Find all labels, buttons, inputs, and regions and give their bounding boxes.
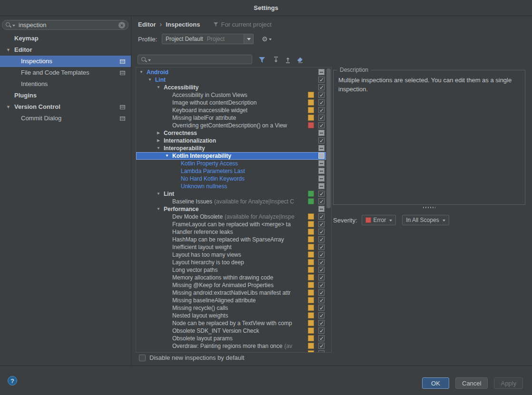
inspection-enabled-checkbox[interactable]	[318, 259, 325, 265]
inspection-enabled-checkbox[interactable]	[318, 137, 325, 144]
reset-inspections-button[interactable]	[296, 56, 305, 64]
sidebar-item-file-and-code-templates[interactable]: File and Code Templates	[0, 67, 131, 78]
inspection-enabled-checkbox[interactable]	[318, 122, 325, 128]
inspection-enabled-checkbox[interactable]	[318, 244, 325, 250]
tree-row-performance[interactable]: ▼Performance	[136, 205, 326, 213]
apply-button[interactable]: Apply	[494, 377, 523, 389]
tree-row-baseline-issues[interactable]: Baseline Issues(available for Analyze|In…	[136, 198, 326, 205]
inspection-enabled-checkbox[interactable]	[318, 160, 325, 166]
tree-row-missing-baselinealigned-attribute[interactable]: Missing baselineAligned attribute	[136, 297, 326, 304]
tree-row-keyboard-inaccessible-widget[interactable]: Keyboard inaccessible widget	[136, 106, 326, 114]
sidebar-item-editor[interactable]: ▼Editor	[0, 44, 131, 56]
tree-row-dev-mode-obsolete[interactable]: Dev Mode Obsolete(available for Analyze|…	[136, 213, 326, 221]
profile-combobox[interactable]: Project Default Project	[162, 34, 254, 44]
inspection-enabled-checkbox[interactable]	[318, 236, 325, 242]
tree-row-inefficient-layout-weight[interactable]: Inefficient layout weight	[136, 243, 326, 251]
tree-row-memory-allocations-within-drawing-code[interactable]: Memory allocations within drawing code	[136, 274, 326, 281]
tree-row-correctness[interactable]: ▶Correctness	[136, 129, 326, 137]
tree-row-layout-has-too-many-views[interactable]: Layout has too many views	[136, 251, 326, 259]
chevron-down-icon[interactable]: ▼	[147, 76, 153, 84]
inspection-enabled-checkbox[interactable]	[318, 335, 325, 341]
sidebar-item-keymap[interactable]: Keymap	[0, 33, 131, 44]
chevron-down-icon[interactable]: ▼	[6, 44, 10, 56]
inspection-enabled-checkbox[interactable]	[318, 77, 325, 83]
inspection-enabled-checkbox[interactable]	[318, 267, 325, 273]
clear-search-icon[interactable]: ×	[118, 22, 125, 29]
tree-row-kotlin-interoperability[interactable]: ▼Kotlin Interoperability	[136, 152, 326, 160]
inspection-enabled-checkbox[interactable]	[318, 229, 325, 235]
tree-row-accessibility-in-custom-views[interactable]: Accessibility in Custom Views	[136, 91, 326, 99]
chevron-down-icon[interactable]: ▼	[156, 190, 161, 198]
tree-row-internationalization[interactable]: ▶Internationalization	[136, 137, 326, 145]
sidebar-item-version-control[interactable]: ▼Version Control	[0, 101, 131, 113]
tree-row-kotlin-property-access[interactable]: Kotlin Property Access	[136, 160, 326, 167]
profile-gear-button[interactable]: ⚙	[262, 35, 272, 43]
inspection-enabled-checkbox[interactable]	[318, 191, 325, 197]
inspection-enabled-checkbox[interactable]	[318, 69, 325, 75]
sidebar-item-plugins[interactable]: Plugins	[0, 90, 131, 101]
inspection-enabled-checkbox[interactable]	[318, 274, 325, 280]
inspection-enabled-checkbox[interactable]	[318, 198, 325, 204]
tree-row-layout-hierarchy-is-too-deep[interactable]: Layout hierarchy is too deep	[136, 259, 326, 266]
inspection-enabled-checkbox[interactable]	[318, 213, 325, 220]
chevron-down-icon[interactable]: ▼	[6, 101, 10, 113]
inspection-enabled-checkbox[interactable]	[318, 130, 325, 136]
inspection-enabled-checkbox[interactable]	[318, 168, 325, 174]
search-options-caret-icon[interactable]	[12, 25, 15, 28]
help-button[interactable]: ?	[8, 376, 17, 385]
breadcrumb-editor[interactable]: Editor	[138, 21, 156, 28]
tree-row-missing-labelfor-attribute[interactable]: Missing labelFor attribute	[136, 114, 326, 122]
tree-row-nested-layout-weights[interactable]: Nested layout weights	[136, 312, 326, 319]
scope-dropdown[interactable]: In All Scopes	[402, 215, 449, 225]
inspection-enabled-checkbox[interactable]	[318, 282, 325, 288]
sidebar-search-value[interactable]: inspection	[19, 21, 118, 29]
filter-inspections-button[interactable]	[257, 56, 266, 64]
tree-row-obsolete-layout-params[interactable]: Obsolete layout params	[136, 335, 326, 342]
sidebar-item-commit-dialog[interactable]: Commit Dialog	[0, 113, 131, 124]
inspection-enabled-checkbox[interactable]	[318, 305, 325, 311]
tree-row-framelayout-can-be-replaced-with-merge-ta[interactable]: FrameLayout can be replaced with <merge>…	[136, 221, 326, 228]
inspection-enabled-checkbox[interactable]	[318, 175, 325, 182]
inspection-enabled-checkbox[interactable]	[318, 343, 325, 349]
tree-row-hashmap-can-be-replaced-with-sparsearray[interactable]: HashMap can be replaced with SparseArray	[136, 236, 326, 243]
cancel-button[interactable]: Cancel	[455, 377, 488, 389]
inspection-enabled-checkbox[interactable]	[318, 99, 325, 106]
inspection-enabled-checkbox[interactable]	[318, 153, 325, 159]
collapse-all-button[interactable]	[283, 56, 293, 64]
splitter-grip[interactable]	[333, 207, 525, 208]
tree-row-android[interactable]: ▼Android	[136, 68, 326, 76]
inspection-enabled-checkbox[interactable]	[318, 107, 325, 113]
inspection-enabled-checkbox[interactable]	[318, 206, 325, 212]
sidebar-item-intentions[interactable]: Intentions	[0, 78, 131, 90]
inspection-enabled-checkbox[interactable]	[318, 350, 325, 353]
sidebar-search-input[interactable]: inspection ×	[2, 20, 128, 30]
inspection-enabled-checkbox[interactable]	[318, 289, 325, 296]
tree-row-image-without-contentdescription[interactable]: Image without contentDescription	[136, 99, 326, 106]
inspection-enabled-checkbox[interactable]	[318, 251, 325, 258]
tree-row-lint[interactable]: ▼Lint	[136, 190, 326, 198]
tree-row-lambda-parameters-last[interactable]: Lambda Parameters Last	[136, 167, 326, 175]
expand-all-button[interactable]	[271, 56, 281, 64]
inspection-enabled-checkbox[interactable]	[318, 328, 325, 334]
inspection-enabled-checkbox[interactable]	[318, 320, 325, 326]
tree-row-overdraw-painting-regions-more-than-once[interactable]: Overdraw: Painting regions more than onc…	[136, 342, 326, 350]
inspection-enabled-checkbox[interactable]	[318, 84, 325, 90]
inspection-enabled-checkbox[interactable]	[318, 221, 325, 227]
tree-row-no-hard-kotlin-keywords[interactable]: No Hard Kotlin Keywords	[136, 175, 326, 183]
chevron-down-icon[interactable]: ▼	[156, 84, 161, 91]
inspection-enabled-checkbox[interactable]	[318, 183, 325, 189]
titlebar[interactable]: Settings	[0, 0, 532, 16]
disable-new-inspections-checkbox[interactable]	[139, 355, 146, 361]
tree-row-long-vector-paths[interactable]: Long vector paths	[136, 266, 326, 274]
inspection-enabled-checkbox[interactable]	[318, 115, 325, 121]
inspection-enabled-checkbox[interactable]	[318, 312, 325, 318]
tree-row-item[interactable]	[136, 350, 326, 353]
tree-row-missing-keep-for-animated-properties[interactable]: Missing @Keep for Animated Properties	[136, 281, 326, 289]
inspection-enabled-checkbox[interactable]	[318, 92, 325, 98]
chevron-down-icon[interactable]: ▼	[164, 152, 170, 160]
tree-row-lint[interactable]: ▼Lint	[136, 76, 326, 84]
ok-button[interactable]: OK	[422, 377, 449, 389]
tree-row-interoperability[interactable]: ▼Interoperability	[136, 145, 326, 152]
tree-row-obsolete-sdk-int-version-check[interactable]: Obsolete SDK_INT Version Check	[136, 327, 326, 335]
tree-row-unknown-nullness[interactable]: Unknown nullness	[136, 183, 326, 190]
